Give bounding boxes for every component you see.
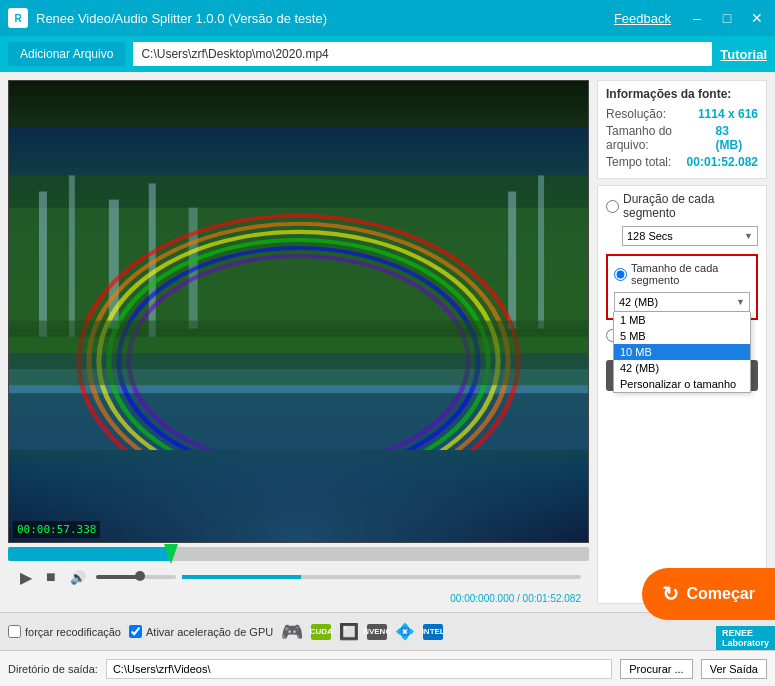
size-dropdown-container: 42 (MB) ▼ 1 MB 5 MB 10 MB 42 (MB) Person… [614,292,750,312]
time-position-bar: 00:00:000.000 / 00:01:52.082 [8,593,589,604]
timeline-section [8,543,589,561]
intel-chip-icon: 💠 [395,622,415,641]
browse-button[interactable]: Procurar ... [620,659,692,679]
stop-button[interactable]: ■ [42,566,60,588]
feedback-link[interactable]: Feedback [614,11,671,26]
dropdown-item-42mb[interactable]: 42 (MB) [614,360,750,376]
size-chevron-icon: ▼ [736,297,745,307]
close-button[interactable]: ✕ [747,10,767,26]
gpu-checkbox[interactable] [129,625,142,638]
menu-bar: Adicionar Arquivo Tutorial [0,36,775,72]
totaltime-value: 00:01:52.082 [687,155,758,169]
size-dropdown-list: 1 MB 5 MB 10 MB 42 (MB) Personalizar o t… [613,312,751,393]
duration-dropdown-row: 128 Secs ▼ [622,226,758,246]
options-box: Duração de cada segmento 128 Secs ▼ Tama… [597,185,767,604]
timeline-progress [8,547,171,561]
gpu-chip-icon: 🎮 [281,621,303,643]
seek-slider[interactable] [182,575,581,579]
filesize-label: Tamanho do arquivo: [606,124,716,152]
dir-label: Diretório de saída: [8,663,98,675]
content-area: 00:00:57.338 ▶ ■ 🔊 [0,72,775,612]
start-icon: ↻ [662,582,679,606]
add-file-button[interactable]: Adicionar Arquivo [8,42,125,66]
duration-select-value: 128 Secs [627,230,673,242]
view-output-button[interactable]: Ver Saída [701,659,767,679]
gpu-label[interactable]: Ativar aceleração de GPU [129,625,273,638]
recodificacao-label[interactable]: forçar recodificação [8,625,121,638]
size-option-row: Tamanho de cada segmento [614,262,750,286]
timeline-track[interactable] [8,547,589,561]
app-title: Renee Video/Audio Splitter 1.0.0 (Versão… [36,11,327,26]
tutorial-link[interactable]: Tutorial [720,47,767,62]
filesize-row: Tamanho do arquivo: 83 (MB) [606,124,758,152]
size-label: Tamanho de cada segmento [631,262,750,286]
svg-rect-8 [508,192,516,329]
size-select-field[interactable]: 42 (MB) ▼ [614,292,750,312]
size-radio[interactable] [614,268,627,281]
dropdown-item-5mb[interactable]: 5 MB [614,328,750,344]
start-label: Começar [687,585,755,603]
info-title: Informações da fonte: [606,87,758,101]
dropdown-item-custom[interactable]: Personalizar o tamanho [614,376,750,392]
volume-thumb [135,571,145,581]
title-bar: R Renee Video/Audio Splitter 1.0.0 (Vers… [0,0,775,36]
video-player[interactable]: 00:00:57.338 [8,80,589,543]
duration-label: Duração de cada segmento [623,192,758,220]
size-select-value: 42 (MB) [619,296,658,308]
app-window: R Renee Video/Audio Splitter 1.0.0 (Vers… [0,0,775,686]
video-timestamp: 00:00:57.338 [13,521,100,538]
nvenc-badge[interactable]: NVENC [367,624,387,640]
recodificacao-text: forçar recodificação [25,626,121,638]
start-button[interactable]: ↻ Começar [642,568,775,620]
window-controls: – □ ✕ [687,10,767,26]
title-bar-right: Feedback – □ ✕ [614,10,767,26]
duration-select[interactable]: 128 Secs ▼ [622,226,758,246]
minimize-button[interactable]: – [687,10,707,26]
dropdown-item-10mb[interactable]: 10 MB [614,344,750,360]
filesize-value: 83 (MB) [716,124,758,152]
output-dir-bar: Diretório de saída: Procurar ... Ver Saí… [0,650,775,686]
timeline-marker [164,544,178,567]
svg-rect-9 [538,176,544,329]
resolution-value: 1114 x 616 [698,107,758,121]
title-bar-left: R Renee Video/Audio Splitter 1.0.0 (Vers… [8,8,327,28]
dropdown-item-1mb[interactable]: 1 MB [614,312,750,328]
right-panel: Informações da fonte: Resolução: 1114 x … [597,80,767,604]
renee-logo: RENEELaboratory [716,626,775,650]
gpu-text: Ativar aceleração de GPU [146,626,273,638]
time-range: 00:00:000.000 / 00:01:52.082 [450,593,581,604]
recodificacao-checkbox[interactable] [8,625,21,638]
svg-rect-18 [9,321,588,386]
duration-option-row: Duração de cada segmento [606,192,758,220]
maximize-button[interactable]: □ [717,10,737,26]
segment-size-section: Tamanho de cada segmento 42 (MB) ▼ 1 MB … [606,254,758,320]
play-button[interactable]: ▶ [16,566,36,589]
intel-badge[interactable]: INTEL [423,624,443,640]
info-box: Informações da fonte: Resolução: 1114 x … [597,80,767,179]
duration-radio[interactable] [606,200,619,213]
svg-rect-3 [39,192,47,337]
left-panel: 00:00:57.338 ▶ ■ 🔊 [8,80,589,604]
file-path-input[interactable] [133,42,712,66]
dir-path-input[interactable] [106,659,612,679]
totaltime-label: Tempo total: [606,155,671,169]
duration-chevron-icon: ▼ [744,231,753,241]
seek-fill [182,575,302,579]
svg-marker-19 [164,544,178,564]
svg-rect-4 [69,176,75,337]
resolution-row: Resolução: 1114 x 616 [606,107,758,121]
cuda-badge[interactable]: CUDA [311,624,331,640]
controls-row: ▶ ■ 🔊 [8,561,589,593]
nvidia-icon: 🔲 [339,622,359,641]
video-frame: 00:00:57.338 [9,81,588,542]
video-scene [9,127,588,450]
totaltime-row: Tempo total: 00:01:52.082 [606,155,758,169]
app-icon: R [8,8,28,28]
resolution-label: Resolução: [606,107,666,121]
volume-button[interactable]: 🔊 [66,568,90,587]
volume-slider[interactable] [96,575,176,579]
